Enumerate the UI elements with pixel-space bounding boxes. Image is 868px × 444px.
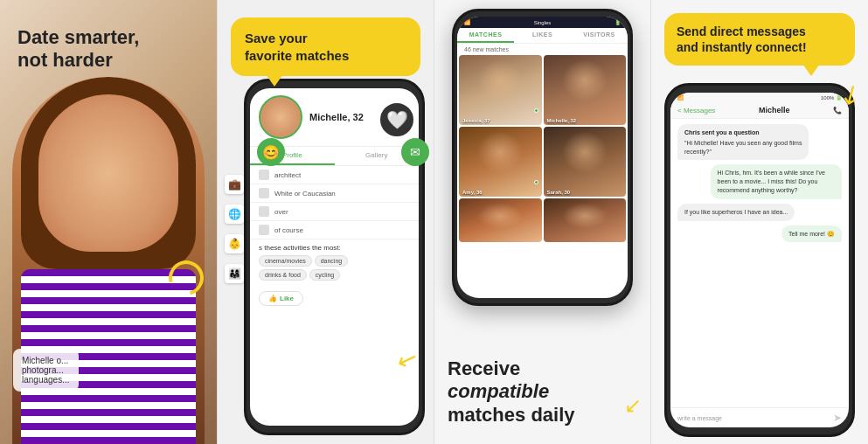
photo-amy: [459, 127, 542, 197]
panel-matches-grid: 📶 Singles 🔋 MATCHES LIKES VISITORS 46 ne…: [434, 0, 650, 444]
profile-name: Michelle, 32: [309, 112, 364, 122]
app-header-title: Singles: [534, 20, 552, 25]
label-sarah: Sarah, 30: [547, 190, 571, 195]
globe-icon: 🌐: [225, 205, 244, 224]
panel-date-smarter: Date smarter, not harder Michelle o... p…: [0, 0, 217, 444]
baby-icon: 👶: [225, 234, 244, 253]
online-dot-jessica: [534, 108, 538, 113]
grid-row-3: [457, 198, 628, 242]
face-overlay-sarah: [562, 131, 608, 173]
grid-cell-jessica[interactable]: Jessica, 37: [459, 55, 542, 125]
message-bubble-2: Hi Chris, hm. It's been a while since I'…: [711, 164, 842, 198]
grid-row-1: Jessica, 37 Michelle, 32: [457, 55, 628, 125]
signal-icon: 📶: [677, 94, 684, 101]
smoking-icon: [259, 225, 269, 235]
grid-row-2: Amy, 36 Sarah, 30: [457, 127, 628, 197]
tab-matches[interactable]: MATCHES: [457, 28, 514, 43]
new-matches-count: 46 new matches: [457, 44, 628, 55]
tag-cycling[interactable]: cycling: [309, 269, 340, 281]
grid-cell-p6[interactable]: [544, 198, 627, 242]
label-amy: Amy, 36: [462, 190, 483, 195]
contact-name: Michelle: [759, 106, 790, 114]
thumbs-up-icon: 👍: [268, 295, 277, 302]
heart-favorite-icon[interactable]: 🤍: [378, 101, 416, 139]
tag-drinks[interactable]: drinks & food: [259, 269, 307, 281]
speech-bubble-save: Save your favorite matches: [231, 17, 420, 76]
info-languages: languages...: [22, 375, 70, 385]
message-bubble-1: Chris sent you a question "Hi Michelle! …: [677, 124, 809, 160]
speech-bubble-msg: Send direct messages and instantly conne…: [664, 13, 855, 66]
info-row-children: over: [250, 203, 419, 221]
message-input-row: write a message ➤: [670, 407, 849, 427]
phone-frame-4: 📶 100% 🔋 < Messages Michelle 📞 Chris sen…: [664, 83, 855, 437]
wifi-status: 📶: [464, 19, 470, 25]
face-overlay-michelle: [562, 59, 608, 101]
tag-row-1: cinema/movies dancing: [259, 255, 410, 267]
message-input[interactable]: write a message: [677, 415, 828, 421]
tag-row-2: drinks & food cycling: [259, 269, 410, 281]
grid-cell-amy[interactable]: Amy, 36: [459, 127, 542, 197]
panel1-headline: Date smarter, not harder: [17, 26, 139, 73]
smiley-icon[interactable]: 😊: [257, 138, 285, 166]
tab-likes[interactable]: LIKES: [514, 28, 571, 43]
call-icon[interactable]: 📞: [833, 107, 842, 114]
headline-text: Date smarter, not harder: [17, 26, 139, 73]
message-bubble-4: Tell me more! 😊: [781, 225, 842, 243]
like-button[interactable]: 👍 Like: [259, 291, 303, 306]
send-icon[interactable]: ➤: [833, 412, 842, 424]
grid-cell-p5[interactable]: [459, 198, 542, 242]
activities-section: s these activities the most: cinema/movi…: [250, 239, 419, 288]
phone-outer-3: 📶 Singles 🔋 MATCHES LIKES VISITORS 46 ne…: [452, 9, 633, 306]
msg-status-bar: < Messages Michelle 📞: [670, 102, 849, 119]
label-jessica: Jessica, 37: [462, 118, 490, 123]
face-overlay-amy: [477, 131, 523, 173]
phone-screen-4: 📶 100% 🔋 < Messages Michelle 📞 Chris sen…: [670, 93, 849, 427]
bottom-info-box: Michelle o... photogra... languages...: [13, 349, 79, 392]
message-bubble-3: If you like superheros I have an idea...: [677, 204, 795, 221]
face-overlay-p5: [477, 203, 523, 229]
activities-title: s these activities the most:: [259, 244, 410, 252]
grid-cell-sarah[interactable]: Sarah, 30: [544, 127, 627, 197]
tag-cinema[interactable]: cinema/movies: [259, 255, 312, 267]
tab-visitors[interactable]: VISITORS: [571, 28, 628, 43]
profile-avatar: [259, 95, 302, 139]
face-overlay-p6: [562, 203, 608, 229]
online-dot-amy: [534, 180, 538, 184]
info-photos: photogra...: [22, 365, 70, 375]
status-bar-3: 📶 Singles 🔋: [457, 17, 628, 28]
briefcase-icon: 💼: [225, 175, 244, 194]
message-icon[interactable]: ✉: [401, 138, 429, 166]
job-icon: [259, 170, 269, 180]
battery-status: 🔋: [615, 19, 621, 25]
tag-dancing[interactable]: dancing: [315, 255, 349, 267]
info-row-ethnicity: White or Caucasian: [250, 184, 419, 203]
photo-sarah: [544, 127, 627, 197]
photo-michelle: [544, 55, 627, 125]
top-status-bar-4: 📶 100% 🔋: [670, 93, 849, 102]
photo-p5: [459, 198, 542, 242]
matches-caption: Receive compatible matches daily: [448, 357, 637, 427]
photo-p6: [544, 198, 627, 242]
grid-cell-michelle[interactable]: Michelle, 32: [544, 55, 627, 125]
family-icon: 👨‍👩‍👧: [225, 264, 244, 283]
info-name: Michelle o...: [22, 356, 70, 365]
children-icon: [259, 206, 269, 217]
panel-save-matches: Save your favorite matches 💼 🌐 👶 👨‍👩‍👧 🤍…: [217, 0, 434, 444]
photo-jessica: [459, 55, 542, 125]
label-michelle: Michelle, 32: [547, 118, 577, 123]
phone-inner-3: 📶 Singles 🔋 MATCHES LIKES VISITORS 46 ne…: [457, 17, 628, 298]
panel-direct-messages: Send direct messages and instantly conne…: [650, 0, 868, 444]
info-row-smoking: of course: [250, 221, 419, 239]
face-overlay-jessica: [477, 59, 523, 101]
tabs-bar-3: MATCHES LIKES VISITORS: [457, 28, 628, 44]
message-area: Chris sent you a question "Hi Michelle! …: [670, 119, 849, 407]
ethnicity-icon: [259, 188, 269, 198]
sidebar-icons: 💼 🌐 👶 👨‍👩‍👧: [225, 175, 244, 283]
woman-face: [38, 94, 178, 252]
info-row-job: architect: [250, 166, 419, 184]
back-to-messages[interactable]: < Messages: [677, 107, 715, 114]
